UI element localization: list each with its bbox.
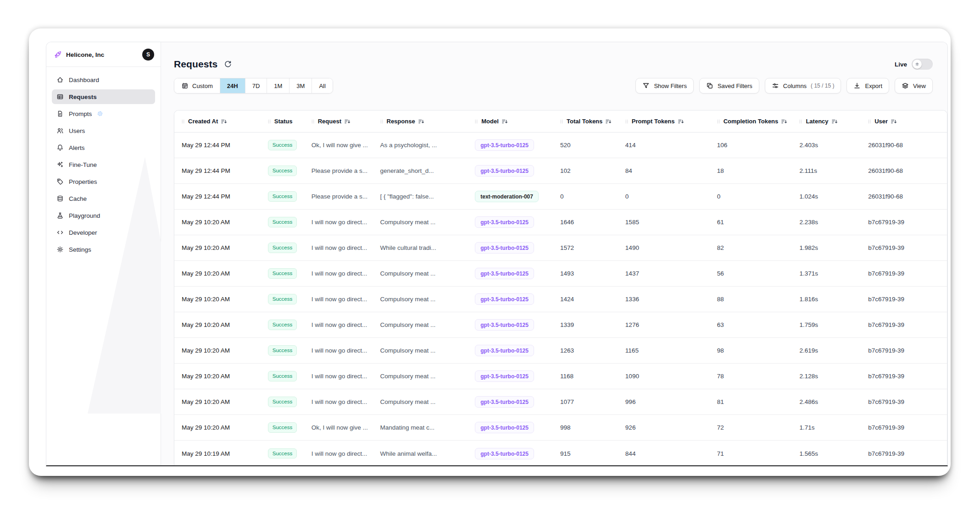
table-row[interactable]: May 29 10:20 AMSuccessI will now go dire… (174, 261, 947, 287)
column-header-latency[interactable]: Latency (792, 118, 861, 125)
avatar[interactable]: S (142, 49, 154, 61)
sort-icon[interactable] (678, 118, 684, 125)
cell-status: Success (261, 191, 304, 202)
model-badge: gpt-3.5-turbo-0125 (475, 370, 534, 382)
sidebar-item-requests[interactable]: Requests (52, 89, 155, 104)
time-filter-custom[interactable]: Custom (174, 78, 220, 93)
sidebar-item-fine-tune[interactable]: Fine-Tune (52, 157, 155, 172)
time-filter-7d[interactable]: 7D (245, 78, 267, 93)
model-badge: gpt-3.5-turbo-0125 (475, 293, 534, 305)
table-row[interactable]: May 29 12:44 PMSuccessPlease provide a s… (174, 158, 947, 184)
table-row[interactable]: May 29 12:44 PMSuccessPlease provide a s… (174, 184, 947, 210)
cell-model: gpt-3.5-turbo-0125 (468, 268, 553, 279)
cell-user: b7c67919-39 (861, 219, 947, 226)
cell-request: I will now go direct... (304, 373, 373, 380)
cell-response: Compulsory meat ... (373, 270, 468, 277)
cell-model: gpt-3.5-turbo-0125 (468, 242, 553, 254)
column-header-request[interactable]: Request (304, 118, 373, 125)
sort-icon[interactable] (781, 118, 787, 125)
sidebar-item-playground[interactable]: Playground (52, 208, 155, 223)
sidebar-item-prompts[interactable]: Prompts (52, 106, 155, 121)
time-filter-1m[interactable]: 1M (267, 78, 290, 93)
sidebar-item-developer[interactable]: Developer (52, 225, 155, 240)
cell-completion_tokens: 72 (710, 424, 792, 431)
table-row[interactable]: May 29 12:44 PMSuccessOk, I will now giv… (174, 133, 947, 158)
sidebar-item-properties[interactable]: Properties (52, 174, 155, 189)
export-button[interactable]: Export (846, 78, 889, 94)
copy-icon (706, 82, 713, 89)
column-header-total-tokens[interactable]: Total Tokens (553, 118, 618, 125)
time-filter-24h[interactable]: 24H (220, 78, 245, 93)
column-header-response[interactable]: Response (373, 118, 468, 125)
cell-status: Success (261, 166, 304, 176)
cell-latency: 1.024s (792, 193, 861, 200)
drag-handle-icon[interactable] (716, 118, 721, 125)
table-row[interactable]: May 29 10:20 AMSuccessI will now go dire… (174, 287, 947, 312)
table-row[interactable]: May 29 10:20 AMSuccessI will now go dire… (174, 235, 947, 261)
cell-status: Success (261, 422, 304, 433)
rocket-icon (54, 50, 62, 59)
table-row[interactable]: May 29 10:20 AMSuccessI will now go dire… (174, 389, 947, 415)
table-row[interactable]: May 29 10:20 AMSuccessI will now go dire… (174, 312, 947, 338)
cell-prompt_tokens: 1490 (618, 244, 710, 251)
time-filter-all[interactable]: All (312, 78, 332, 93)
sidebar-item-cache[interactable]: Cache (52, 191, 155, 206)
status-badge: Success (268, 294, 297, 304)
column-label: Total Tokens (567, 118, 602, 125)
drag-handle-icon[interactable] (559, 118, 564, 125)
document-icon (56, 110, 64, 117)
sort-icon[interactable] (831, 118, 838, 125)
sort-icon[interactable] (891, 118, 897, 125)
button-label: Saved Filters (718, 83, 752, 89)
refresh-icon[interactable] (224, 61, 232, 68)
column-header-prompt-tokens[interactable]: Prompt Tokens (618, 118, 710, 125)
cell-status: Success (261, 345, 304, 356)
column-header-model[interactable]: Model (468, 118, 553, 125)
users-icon (56, 127, 64, 134)
table-body: May 29 12:44 PMSuccessOk, I will now giv… (174, 133, 947, 465)
drag-handle-icon[interactable] (798, 118, 803, 125)
cell-response: Compulsory meat ... (373, 321, 468, 328)
drag-handle-icon[interactable] (267, 118, 272, 125)
view-button[interactable]: View (895, 78, 933, 94)
sort-icon[interactable] (605, 118, 612, 125)
cell-created_at: May 29 12:44 PM (174, 142, 261, 149)
column-header-status[interactable]: Status (261, 118, 304, 125)
table-row[interactable]: May 29 10:19 AMSuccessI will now go dire… (174, 441, 947, 465)
status-badge: Success (268, 320, 297, 330)
column-header-user[interactable]: User (861, 118, 947, 125)
org-switcher[interactable]: Helicone, Inc S (46, 42, 161, 66)
drag-handle-icon[interactable] (867, 118, 872, 125)
saved-filters-button[interactable]: Saved Filters (699, 78, 759, 94)
cell-created_at: May 29 10:20 AM (174, 219, 261, 226)
drag-handle-icon[interactable] (624, 118, 629, 125)
column-label: Request (318, 118, 341, 125)
column-header-completion-tokens[interactable]: Completion Tokens (710, 118, 792, 125)
column-header-created-at[interactable]: Created At (174, 118, 261, 125)
show-filters-button[interactable]: Show Filters (635, 78, 694, 94)
drag-handle-icon[interactable] (379, 118, 384, 125)
drag-handle-icon[interactable] (474, 118, 479, 125)
cell-prompt_tokens: 1437 (618, 270, 710, 277)
time-filter-3m[interactable]: 3M (290, 78, 312, 93)
drag-handle-icon[interactable] (311, 118, 315, 125)
sort-icon[interactable] (501, 118, 508, 125)
sidebar-item-users[interactable]: Users (52, 123, 155, 138)
cell-model: gpt-3.5-turbo-0125 (468, 293, 553, 305)
table-row[interactable]: May 29 10:20 AMSuccessOk, I will now giv… (174, 415, 947, 441)
sidebar-item-alerts[interactable]: Alerts (52, 140, 155, 155)
time-filter-label: 24H (227, 83, 238, 89)
live-toggle[interactable] (912, 59, 933, 70)
cell-latency: 1.759s (792, 321, 861, 328)
cell-created_at: May 29 10:20 AM (174, 347, 261, 354)
drag-handle-icon[interactable] (181, 118, 185, 125)
sidebar-item-dashboard[interactable]: Dashboard (52, 72, 155, 87)
sort-icon[interactable] (221, 118, 227, 125)
sidebar-item-settings[interactable]: Settings (52, 242, 155, 257)
columns-button[interactable]: Columns( 15 / 15 ) (765, 78, 841, 94)
table-row[interactable]: May 29 10:20 AMSuccessI will now go dire… (174, 338, 947, 364)
sort-icon[interactable] (344, 118, 351, 125)
table-row[interactable]: May 29 10:20 AMSuccessI will now go dire… (174, 364, 947, 389)
sort-icon[interactable] (418, 118, 424, 125)
table-row[interactable]: May 29 10:20 AMSuccessI will now go dire… (174, 210, 947, 235)
